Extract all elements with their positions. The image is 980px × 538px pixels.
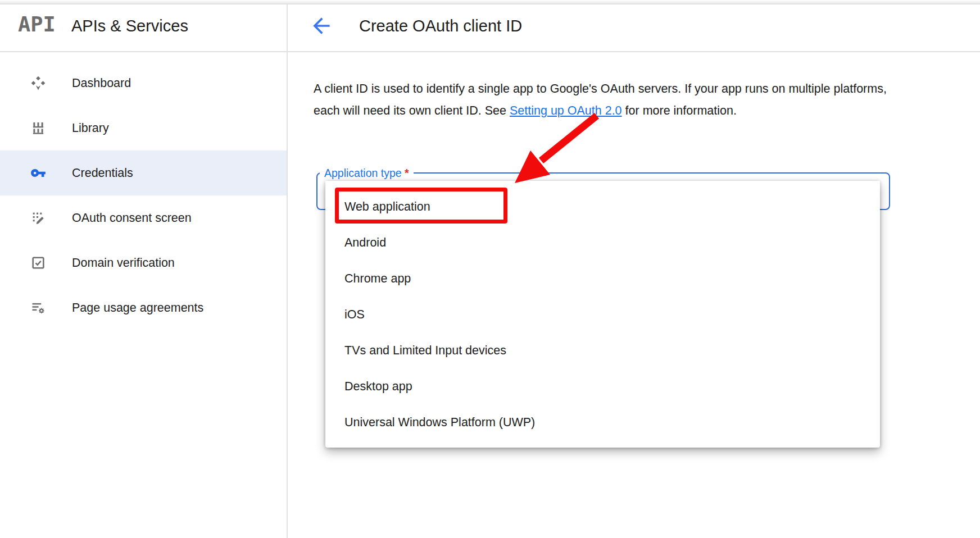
required-asterisk: *: [405, 167, 409, 179]
checkbox-check-icon: [30, 255, 46, 271]
key-icon: [30, 165, 46, 181]
arrow-back-icon: [309, 13, 334, 38]
app-title: APIs & Services: [71, 0, 188, 52]
sidebar-item-label: OAuth consent screen: [72, 211, 192, 225]
dropdown-option-ios[interactable]: iOS: [325, 297, 880, 332]
dashboard-icon: [30, 75, 46, 91]
dropdown-option-tvs-limited-input[interactable]: TVs and Limited Input devices: [325, 332, 880, 368]
dropdown-option-desktop-app[interactable]: Desktop app: [325, 368, 880, 404]
api-logo: API: [18, 9, 57, 40]
sidebar-item-label: Page usage agreements: [72, 301, 203, 315]
sidebar-item-label: Credentials: [72, 166, 133, 180]
consent-grid-pencil-icon: [30, 210, 46, 226]
library-icon: [30, 120, 46, 136]
page-title: Create OAuth client ID: [359, 0, 522, 52]
sidebar-item-label: Domain verification: [72, 256, 175, 270]
dropdown-option-uwp[interactable]: Universal Windows Platform (UWP): [325, 404, 880, 440]
list-gear-icon: [30, 300, 46, 316]
setting-up-oauth-link[interactable]: Setting up OAuth 2.0: [510, 104, 622, 117]
back-button[interactable]: [309, 13, 334, 38]
sidebar-item-dashboard[interactable]: Dashboard: [0, 61, 287, 106]
dropdown-option-web-application[interactable]: Web application: [325, 189, 880, 225]
sidebar-item-oauth-consent-screen[interactable]: OAuth consent screen: [0, 195, 287, 240]
sidebar-divider: [287, 4, 288, 538]
dropdown-option-chrome-app[interactable]: Chrome app: [325, 261, 880, 297]
label-text: Application type: [324, 167, 402, 179]
sidebar-item-library[interactable]: Library: [0, 106, 287, 151]
dropdown-option-android[interactable]: Android: [325, 225, 880, 261]
sidebar-item-credentials[interactable]: Credentials: [0, 151, 287, 195]
sidebar-item-label: Library: [72, 121, 109, 135]
application-type-dropdown: Web application Android Chrome app iOS T…: [325, 181, 880, 448]
application-type-label: Application type *: [320, 166, 414, 180]
description-text: for more information.: [622, 104, 737, 117]
sidebar-item-label: Dashboard: [72, 76, 131, 90]
client-id-description: A client ID is used to identify a single…: [314, 78, 895, 122]
sidebar-nav: Dashboard Library Credentials: [0, 61, 287, 330]
sidebar-item-domain-verification[interactable]: Domain verification: [0, 240, 287, 285]
sidebar-item-page-usage-agreements[interactable]: Page usage agreements: [0, 285, 287, 330]
